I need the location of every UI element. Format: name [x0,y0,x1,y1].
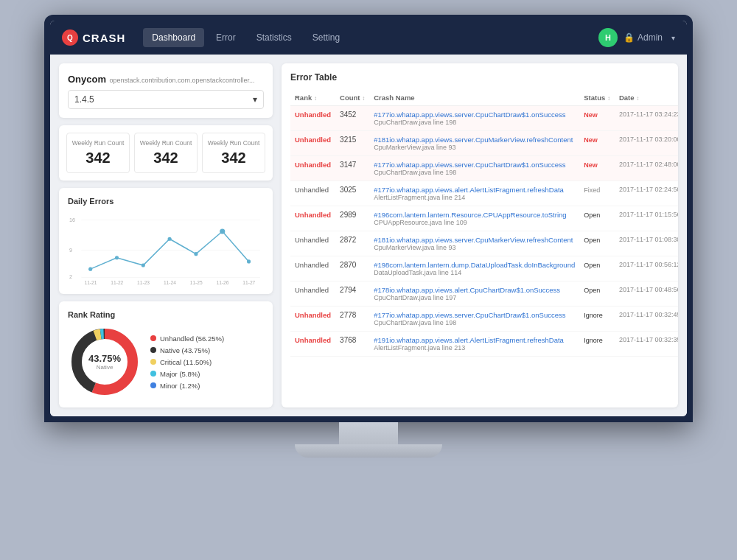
legend-label-3: Major (5.8%) [160,370,200,378]
app-selector-card: Onycom openstack.contribution.com.openst… [59,63,273,118]
cell-crash: #198com.lantern.lantern.dump.DataUploadT… [369,256,579,281]
cell-status: New [579,156,615,181]
cell-date: 2017-11-17 01:15:56 [615,206,678,231]
svg-text:2: 2 [69,274,72,280]
rank-value: Unhandled [295,161,331,169]
stat-value-2: 342 [207,150,260,167]
app-name: Onycom [68,74,106,85]
cell-rank: Unhandled [290,281,335,307]
cell-rank: Unhandled [290,181,335,206]
crash-primary[interactable]: #181io.whatap.app.views.server.CpuMarker… [374,236,575,244]
nav-item-dashboard[interactable]: Dashboard [143,28,204,47]
svg-point-9 [168,237,172,241]
error-table: Rank ↕ Count ↕ Crash Name Status ↕ Date … [290,90,678,357]
cell-date: 2017-11-17 02:48:00 [615,156,678,181]
cell-rank: Unhandled [290,256,335,281]
svg-point-7 [115,256,119,259]
table-row[interactable]: Unhandled 3215 #181io.whatap.app.views.s… [290,131,678,156]
crash-primary[interactable]: #191io.whatap.app.views.alert.AlertListF… [374,336,575,344]
nav-item-setting[interactable]: Setting [304,28,349,47]
sort-icon-status[interactable]: ↕ [607,95,610,102]
table-header: Rank ↕ Count ↕ Crash Name Status ↕ Date … [290,90,678,106]
rank-value: Unhandled [295,286,329,294]
cell-date: 2017-11-17 00:32:45 [615,307,678,332]
legend-item-0: Unhandled (56.25%) [150,335,224,343]
table-row[interactable]: Unhandled 2870 #198com.lantern.lantern.d… [290,256,678,281]
donut-center: 43.75% Native [88,353,121,371]
cell-date: 2017-11-17 03:20:00 [615,131,678,156]
table-row[interactable]: Unhandled 2778 #177io.whatap.app.views.s… [290,307,678,332]
dropdown-arrow-icon: ▾ [253,94,257,105]
status-badge: New [584,136,598,144]
table-row[interactable]: Unhandled 2872 #181io.whatap.app.views.s… [290,231,678,256]
svg-text:11-24: 11-24 [164,280,176,285]
crash-primary[interactable]: #177io.whatap.app.views.server.CpuChartD… [374,161,575,169]
sort-icon-count[interactable]: ↕ [362,95,365,102]
crash-primary[interactable]: #196com.lantern.lantern.Resource.CPUAppR… [374,211,575,219]
stats-row: Weekly Run Count 342 Weekly Run Count 34… [66,133,265,173]
legend-label-1: Native (43.75%) [160,346,210,354]
daily-errors-chart: 16 9 2 [68,211,264,285]
cell-rank: Unhandled [290,156,335,181]
crash-secondary: CPUAppResource.java line 109 [374,219,575,226]
monitor-stand-neck [339,422,398,444]
crash-primary[interactable]: #198com.lantern.lantern.dump.DataUploadT… [374,261,575,269]
stat-label-2: Weekly Run Count [207,139,260,147]
table-row[interactable]: Unhandled 3768 #191io.whatap.app.views.a… [290,332,678,357]
sort-icon-rank[interactable]: ↕ [314,95,317,102]
stat-box-0: Weekly Run Count 342 [66,133,130,173]
cell-date: 2017-11-17 00:56:12 [615,256,678,281]
stat-box-2: Weekly Run Count 342 [202,133,265,173]
table-row[interactable]: Unhandled 2989 #196com.lantern.lantern.R… [290,206,678,231]
nav-item-statistics[interactable]: Statistics [248,28,301,47]
col-crash: Crash Name [369,90,579,106]
cell-crash: #196com.lantern.lantern.Resource.CPUAppR… [369,206,579,231]
legend-item-2: Critical (11.50%) [150,358,224,366]
cell-status: Open [579,256,615,281]
stat-label-1: Weekly Run Count [139,139,192,147]
col-status: Status ↕ [579,90,615,106]
table-row[interactable]: Unhandled 3025 #177io.whatap.app.views.a… [290,181,678,206]
table-row[interactable]: Unhandled 3452 #177io.whatap.app.views.s… [290,106,678,131]
crash-primary[interactable]: #178io.whatap.app.views.alert.CpuChartDr… [374,286,575,294]
rank-rating-content: 43.75% Native Unhandled (56.25%) [68,325,264,399]
table-row[interactable]: Unhandled 3147 #177io.whatap.app.views.s… [290,156,678,181]
cell-rank: Unhandled [290,332,335,357]
svg-point-6 [88,267,92,271]
rank-value: Unhandled [295,111,331,119]
rank-rating-title: Rank Rating [68,310,264,319]
monitor-wrapper: Q CRASH Dashboard Error Statistics Setti… [37,15,700,458]
sort-icon-date[interactable]: ↕ [636,95,639,102]
crash-secondary: CpuChartDraw.java line 198 [374,119,575,126]
chevron-down-icon[interactable]: ▾ [671,34,675,42]
lock-icon: 🔒 [624,32,635,43]
cell-count: 3147 [335,156,369,181]
version-dropdown[interactable]: 1.4.5 ▾ [68,90,264,109]
crash-primary[interactable]: #177io.whatap.app.views.alert.AlertListF… [374,186,575,194]
legend-dot-1 [150,347,156,353]
col-rank: Rank ↕ [290,90,335,106]
table-row[interactable]: Unhandled 2794 #178io.whatap.app.views.a… [290,281,678,307]
col-date: Date ↕ [615,90,678,106]
crash-primary[interactable]: #181io.whatap.app.views.server.CpuMarker… [374,136,575,144]
chart-title: Daily Errors [68,197,264,206]
app-title: CRASH [83,32,125,44]
version-label: 1.4.5 [74,94,94,105]
navbar-brand: Q CRASH [62,29,125,46]
donut-chart: 43.75% Native [68,325,142,399]
crash-primary[interactable]: #177io.whatap.app.views.server.CpuChartD… [374,311,575,319]
user-name: Admin [638,32,663,43]
cell-status: Fixed [579,181,615,206]
cell-date: 2017-11-17 01:08:38 [615,231,678,256]
cell-crash: #177io.whatap.app.views.server.CpuChartD… [369,307,579,332]
cell-date: 2017-11-17 02:24:50 [615,181,678,206]
navbar: Q CRASH Dashboard Error Statistics Setti… [50,21,687,55]
main-content: Onycom openstack.contribution.com.openst… [50,55,687,416]
cell-count: 2872 [335,231,369,256]
rank-value: Unhandled [295,311,331,319]
crash-primary[interactable]: #177io.whatap.app.views.server.CpuChartD… [374,111,575,119]
cell-crash: #177io.whatap.app.views.alert.AlertListF… [369,181,579,206]
crash-secondary: CpuChartDraw.java line 198 [374,319,575,326]
crash-secondary: CpuMarkerView.java line 93 [374,144,575,151]
nav-item-error[interactable]: Error [207,28,245,47]
